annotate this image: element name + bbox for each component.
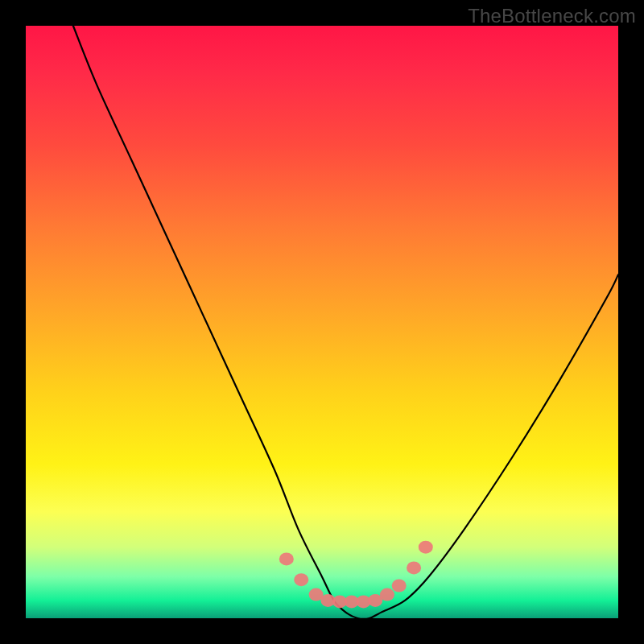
curve-marker [419, 541, 433, 554]
curve-marker [294, 573, 308, 586]
chart-frame: TheBottleneck.com [0, 0, 644, 644]
curve-marker [279, 552, 294, 565]
watermark-text: TheBottleneck.com [468, 5, 636, 27]
bottleneck-curve [26, 26, 618, 618]
plot-area [26, 26, 618, 618]
curve-marker [380, 588, 394, 601]
curve-marker [392, 580, 407, 592]
curve-marker [407, 561, 421, 574]
